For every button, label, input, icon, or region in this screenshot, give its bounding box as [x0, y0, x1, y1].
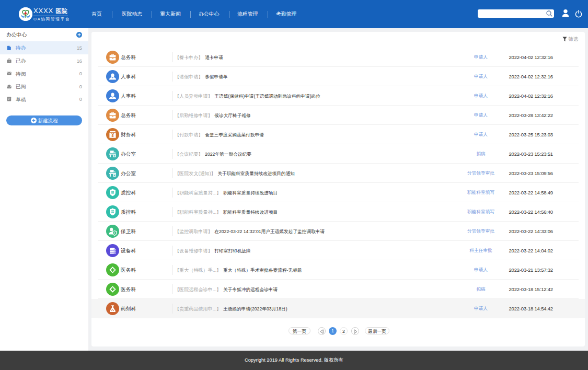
svg-text:¥: ¥: [111, 132, 114, 138]
